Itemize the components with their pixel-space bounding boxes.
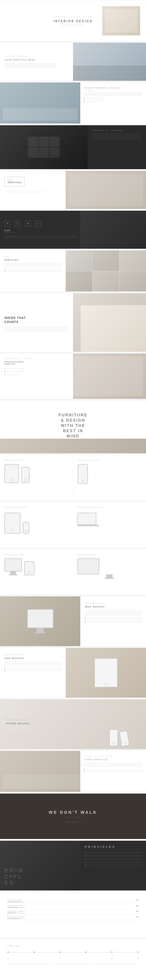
slide3-image bbox=[0, 83, 80, 124]
macbook-base bbox=[77, 525, 99, 526]
slide-timeline: TIMELINE 01 02 03 04 05 06 bbox=[0, 939, 146, 980]
slide15-label: IPAD MOCKUP bbox=[5, 654, 61, 655]
slide16-devices bbox=[109, 729, 129, 746]
imac-large-foot bbox=[105, 578, 115, 579]
slide-transforming: TRANSFORMING SPACES bbox=[0, 83, 146, 124]
slide11-left: IPAD MOCKUP bbox=[0, 455, 73, 500]
slide18-sub: WE DESIGN bbox=[66, 821, 80, 823]
slide21-item-row bbox=[7, 964, 139, 965]
slide-business-front: BUSINESS FRONT SLIDE INTERIOR DESIGN bbox=[0, 0, 146, 41]
slide-inside-counts: IT'S THE INSIDE THATCOUNTS bbox=[0, 293, 146, 352]
imac-right-group bbox=[77, 558, 141, 579]
tl-connector-2 bbox=[36, 952, 58, 953]
tl-node-5 bbox=[111, 951, 113, 953]
slide-furniture: FURNITURE & DESIGN WITH THE BEST IN MIND… bbox=[0, 401, 146, 453]
slide21-item-3 bbox=[97, 964, 139, 965]
slide10-content: FURNITURE & DESIGN WITH THE BEST IN MIND… bbox=[52, 406, 94, 448]
slide10-sub: YOUR SUBTITLE HERE bbox=[58, 440, 88, 442]
slide-we-dont-walk: WE DON'T WALK WE DESIGN bbox=[0, 794, 146, 839]
slide-ipad-mockup-full: IPAD MOCKUP IPAD MOCKUP bbox=[0, 648, 146, 698]
icon-2: ◫ bbox=[14, 221, 20, 226]
tl-node-4 bbox=[85, 951, 87, 953]
slide8-image bbox=[73, 293, 146, 352]
imac-screen bbox=[5, 558, 22, 571]
slide16-label: IPHONE MOCKUP bbox=[6, 719, 30, 721]
slide6-icons: ⊞ ◫ ⊠ ⊡ bbox=[5, 221, 76, 226]
slide2-image bbox=[73, 43, 146, 81]
slide8-label: IT'S THE bbox=[5, 313, 69, 315]
slide15-content: IPAD MOCKUP IPAD MOCKUP bbox=[0, 648, 66, 698]
imac-large-screen bbox=[77, 558, 99, 574]
slide-dinner-gallery: DINNER GALLERY SLIDE YOUR SUBTITLE bbox=[0, 751, 146, 792]
data-label-1: CATEGORY ONE bbox=[7, 899, 25, 902]
slide19-list: 01 02 03 04 05 bbox=[85, 851, 141, 866]
slide11-right: IPHONE MOCKUP bbox=[73, 455, 146, 500]
slide15-image bbox=[66, 648, 146, 698]
slide14-image bbox=[0, 597, 80, 646]
ipad-full bbox=[94, 658, 118, 687]
slide-data-bars: CATEGORY ONE 80% CATEGORY TWO 65% CATEGO… bbox=[0, 892, 146, 937]
slide17-image bbox=[0, 751, 80, 792]
slide13-left-label: iMAC AND IPAD bbox=[5, 554, 69, 555]
slide12-right: MACBOOK MOCKUP bbox=[73, 502, 146, 547]
imac-foot bbox=[9, 574, 17, 575]
slide17-label: DINNER GALLERY SLIDE bbox=[84, 755, 143, 757]
slide-ipad-iphone: IPAD MOCKUP IPHONE MOCKUP bbox=[0, 455, 146, 500]
slide14-title: iMAC MOCKUP bbox=[85, 605, 141, 608]
data-label-2: CATEGORY TWO bbox=[7, 905, 25, 908]
slide1-image bbox=[102, 6, 140, 35]
slide16-title: IPHONE MOCKUP bbox=[6, 722, 30, 725]
tl-node-3 bbox=[59, 951, 61, 953]
slide12-left: IPAD AND PHONE bbox=[0, 502, 73, 547]
services-box: OUR SERVICES bbox=[5, 177, 25, 186]
icon-3: ⊠ bbox=[25, 221, 31, 226]
slide18-title: WE DON'T WALK bbox=[49, 810, 97, 815]
tl-connector-1 bbox=[11, 952, 32, 953]
slide1-top-label: BUSINESS FRONT SLIDE bbox=[54, 16, 92, 17]
slide11-devices-left bbox=[5, 464, 69, 483]
slide4-content: CONTENT OF TIMELINE bbox=[88, 125, 146, 169]
tl-node-1 bbox=[7, 951, 9, 953]
data-label-4: CATEGORY FOUR bbox=[7, 916, 25, 919]
slide19-content: PRINCIPLES 01 02 03 04 05 bbox=[80, 841, 146, 891]
slide6-image bbox=[80, 211, 146, 249]
tl-node-6 bbox=[137, 951, 139, 953]
slide16-image: IPHONE MOCKUP IPHONE MOCKUP bbox=[0, 699, 146, 749]
iphone-mini bbox=[23, 522, 29, 534]
icon-1: ⊞ bbox=[5, 221, 10, 226]
services-box-title: SERVICES bbox=[8, 181, 22, 184]
imac-mockup-device bbox=[27, 609, 53, 633]
ipad-device bbox=[5, 464, 19, 483]
tl-connector-3 bbox=[63, 952, 84, 953]
slide19-title: PRINCIPLES bbox=[85, 845, 141, 849]
slide-services-1: OUR SERVICES bbox=[0, 171, 146, 209]
slide21-item-2 bbox=[52, 964, 94, 965]
slide3-title: TRANSFORMING SPACES bbox=[84, 87, 143, 89]
slide6-our: OUR bbox=[5, 229, 76, 231]
slide19-image: PRINCIPLES bbox=[0, 841, 80, 891]
slide6-content: ⊞ ◫ ⊠ ⊡ OUR SERVICES bbox=[0, 216, 80, 243]
slide17-title: YOUR SUBTITLE bbox=[84, 759, 143, 760]
slide-imac-mockup: iMAC MOCKUP iMAC MOCKUP bbox=[0, 597, 146, 646]
slide3-content: TRANSFORMING SPACES bbox=[80, 83, 146, 124]
slide7-image-grid bbox=[66, 250, 146, 291]
slide19-bg-text: PRINCIPLES bbox=[5, 868, 24, 886]
data-row-3: CATEGORY THREE 45% bbox=[7, 909, 139, 915]
slide-dark-interior: CONTENT OF TIMELINE bbox=[0, 125, 146, 169]
iphone-front bbox=[109, 729, 118, 746]
tl-node-2 bbox=[33, 951, 35, 953]
slide7-our: OUR bbox=[5, 256, 61, 258]
slide13-left: iMAC AND IPAD bbox=[0, 549, 73, 595]
slide21-timeline bbox=[7, 951, 139, 953]
slide15-device bbox=[66, 648, 146, 698]
slide5-image bbox=[66, 171, 146, 209]
slide2-label: CRITICAL THINKING bbox=[5, 55, 69, 57]
slide8-content: IT'S THE INSIDE THATCOUNTS bbox=[0, 293, 73, 352]
iphone-device-small bbox=[21, 467, 30, 483]
imac-scene-foot bbox=[35, 633, 46, 633]
icon-4: ⊡ bbox=[35, 221, 41, 226]
tl-connector-4 bbox=[88, 952, 110, 953]
data-row-1: CATEGORY ONE 80% bbox=[7, 898, 139, 904]
slide10-title: FURNITURE & DESIGN WITH THE BEST IN MIND bbox=[58, 412, 88, 439]
slide12-left-label: IPAD AND PHONE bbox=[5, 506, 69, 508]
